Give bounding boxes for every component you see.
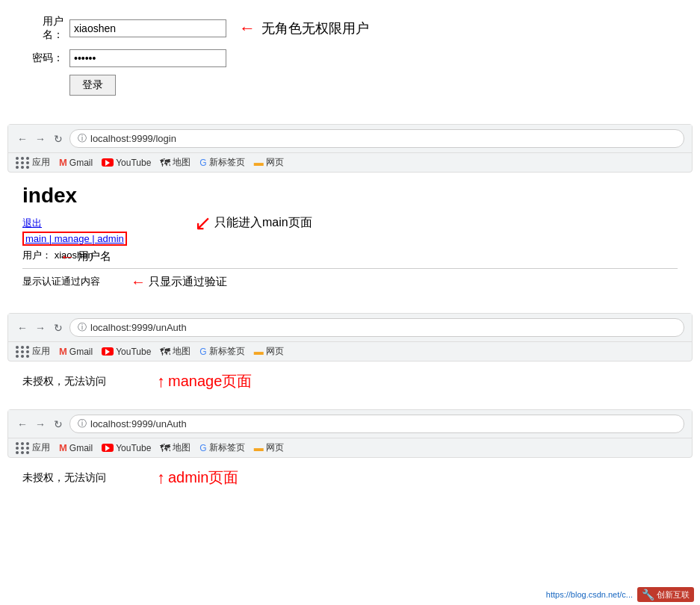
forward-button-2[interactable]: → bbox=[34, 321, 47, 335]
url-text-3: localhost:9999/unAuth bbox=[90, 418, 187, 429]
maps-icon-3: 🗺 bbox=[160, 442, 170, 454]
gmail-label-1: Gmail bbox=[69, 158, 93, 168]
apps-icon-1 bbox=[16, 157, 30, 169]
youtube-label-2: YouTube bbox=[116, 347, 151, 357]
reload-button-1[interactable]: ↻ bbox=[52, 132, 65, 146]
curved-arrow-3: ↑ bbox=[157, 468, 165, 488]
arrow-left-3: ← bbox=[131, 273, 146, 291]
address-bar-2[interactable]: ⓘ localhost:9999/unAuth bbox=[69, 318, 684, 337]
unauth-section-2: 未授权，无法访问 ↑ admin页面 bbox=[0, 464, 700, 492]
address-bar-1[interactable]: ⓘ localhost:9999/login bbox=[69, 129, 684, 148]
unauth-content-2: 未授权，无法访问 ↑ admin页面 bbox=[7, 464, 693, 492]
apps-label-2: 应用 bbox=[32, 345, 50, 358]
maps-label-1: 地图 bbox=[173, 156, 191, 169]
unauth-text-1: 未授权，无法访问 bbox=[22, 375, 106, 387]
forward-button-3[interactable]: → bbox=[34, 418, 47, 431]
bookmark-maps-3[interactable]: 🗺 地图 bbox=[160, 441, 191, 454]
bookmark-youtube-2[interactable]: YouTube bbox=[102, 347, 151, 357]
bookmark-apps-2[interactable]: 应用 bbox=[16, 345, 50, 358]
url-text-2: localhost:9999/unAuth bbox=[90, 322, 187, 333]
webpage-label-2: 网页 bbox=[266, 345, 284, 358]
google-label-2: 新标签页 bbox=[209, 345, 245, 358]
webpage-icon-3: ▬ bbox=[254, 442, 264, 453]
bookmarks-bar-1: 应用 M Gmail YouTube 🗺 地图 G 新标签页 ▬ 网页 bbox=[8, 153, 692, 172]
password-input[interactable] bbox=[69, 49, 226, 67]
arrow-left-2: ← bbox=[60, 248, 75, 265]
nav-links[interactable]: main | manage | admin bbox=[22, 232, 127, 246]
unauth-annotation-1: ↑ manage页面 bbox=[157, 371, 252, 391]
bookmark-webpage-1[interactable]: ▬ 网页 bbox=[254, 156, 284, 169]
gmail-icon-1: M bbox=[59, 157, 67, 168]
google-label-3: 新标签页 bbox=[209, 441, 245, 454]
username-label: 用户名： bbox=[22, 15, 64, 42]
password-row: 密码： bbox=[22, 49, 678, 67]
lock-icon-3: ⓘ bbox=[78, 418, 87, 430]
browser-chrome-3: ← → ↻ ⓘ localhost:9999/unAuth 应用 M Gmail… bbox=[7, 409, 693, 458]
gmail-label-3: Gmail bbox=[69, 443, 93, 453]
browser-toolbar-2: ← → ↻ ⓘ localhost:9999/unAuth bbox=[8, 314, 692, 342]
youtube-label-3: YouTube bbox=[116, 443, 151, 453]
logout-link[interactable]: 退出 bbox=[22, 217, 127, 230]
back-button-3[interactable]: ← bbox=[16, 418, 29, 431]
curved-arrow-2: ↑ bbox=[157, 372, 165, 391]
annotation-no-role: 无角色无权限用户 bbox=[261, 19, 369, 37]
bookmark-google-3[interactable]: G 新标签页 bbox=[199, 441, 244, 454]
bookmark-webpage-3[interactable]: ▬ 网页 bbox=[254, 441, 284, 454]
browser-toolbar-1: ← → ↻ ⓘ localhost:9999/login bbox=[8, 125, 692, 153]
maps-icon-2: 🗺 bbox=[160, 346, 170, 358]
bookmark-youtube-3[interactable]: YouTube bbox=[102, 443, 151, 453]
reload-button-2[interactable]: ↻ bbox=[52, 321, 65, 335]
bookmark-google-2[interactable]: G 新标签页 bbox=[199, 345, 244, 358]
bookmark-apps-1[interactable]: 应用 bbox=[16, 156, 50, 169]
gmail-icon-3: M bbox=[59, 442, 67, 453]
login-button[interactable]: 登录 bbox=[69, 75, 116, 96]
annotation-block-1: ↙ 只能进入main页面 bbox=[194, 211, 312, 238]
back-button-2[interactable]: ← bbox=[16, 321, 29, 335]
webpage-icon-2: ▬ bbox=[254, 346, 264, 357]
login-section: 用户名： ← 无角色无权限用户 密码： 登录 bbox=[0, 0, 700, 118]
auth-annotation: ← 只显示通过验证 bbox=[131, 273, 227, 291]
forward-button-1[interactable]: → bbox=[34, 132, 47, 146]
index-title: index bbox=[22, 184, 678, 208]
bookmark-google-1[interactable]: G 新标签页 bbox=[199, 156, 244, 169]
maps-icon-1: 🗺 bbox=[160, 157, 170, 169]
bookmark-maps-1[interactable]: 🗺 地图 bbox=[160, 156, 191, 169]
apps-icon-2 bbox=[16, 346, 30, 358]
bookmark-gmail-3[interactable]: M Gmail bbox=[59, 442, 93, 453]
reload-button-3[interactable]: ↻ bbox=[52, 418, 65, 431]
login-button-row: 登录 bbox=[22, 75, 678, 96]
maps-label-2: 地图 bbox=[173, 345, 191, 358]
lock-icon-1: ⓘ bbox=[78, 132, 87, 145]
bookmark-youtube-1[interactable]: YouTube bbox=[102, 158, 151, 168]
bookmark-apps-3[interactable]: 应用 bbox=[16, 441, 50, 454]
lock-icon-2: ⓘ bbox=[78, 321, 87, 334]
unauth-annotation-2: ↑ admin页面 bbox=[157, 468, 238, 488]
ann-text-1: 只能进入main页面 bbox=[214, 215, 312, 231]
bookmark-webpage-2[interactable]: ▬ 网页 bbox=[254, 345, 284, 358]
youtube-icon-3 bbox=[102, 444, 114, 452]
manage-page-label: manage页面 bbox=[168, 371, 252, 391]
index-section: index 退出 main | manage | admin 用户： xiaos… bbox=[0, 173, 700, 300]
browser-chrome-2: ← → ↻ ⓘ localhost:9999/unAuth 应用 M Gmail… bbox=[7, 313, 693, 362]
auth-content-text: 显示认证通过内容 bbox=[22, 275, 100, 288]
ann-text-2: 用户名 bbox=[78, 249, 111, 264]
back-button-1[interactable]: ← bbox=[16, 132, 29, 146]
youtube-label-1: YouTube bbox=[116, 158, 151, 168]
address-bar-3[interactable]: ⓘ localhost:9999/unAuth bbox=[69, 415, 684, 433]
bookmark-gmail-2[interactable]: M Gmail bbox=[59, 346, 93, 357]
curved-arrow-1: ↙ bbox=[194, 211, 211, 235]
username-annotation: ← 无角色无权限用户 bbox=[239, 19, 369, 38]
bookmark-maps-2[interactable]: 🗺 地图 bbox=[160, 345, 191, 358]
gmail-label-2: Gmail bbox=[69, 347, 93, 357]
google-label-1: 新标签页 bbox=[209, 156, 245, 169]
ann-text-3: 只显示通过验证 bbox=[149, 275, 227, 289]
browser-chrome-1: ← → ↻ ⓘ localhost:9999/login 应用 M Gmail … bbox=[7, 124, 693, 173]
apps-label-3: 应用 bbox=[32, 441, 50, 454]
unauth-text-2: 未授权，无法访问 bbox=[22, 471, 106, 483]
username-input[interactable] bbox=[69, 19, 226, 37]
google-icon-1: G bbox=[199, 158, 206, 168]
bookmark-gmail-1[interactable]: M Gmail bbox=[59, 157, 93, 168]
arrow-left-icon: ← bbox=[239, 19, 255, 38]
youtube-icon-1 bbox=[102, 158, 114, 167]
divider-1 bbox=[22, 268, 678, 269]
